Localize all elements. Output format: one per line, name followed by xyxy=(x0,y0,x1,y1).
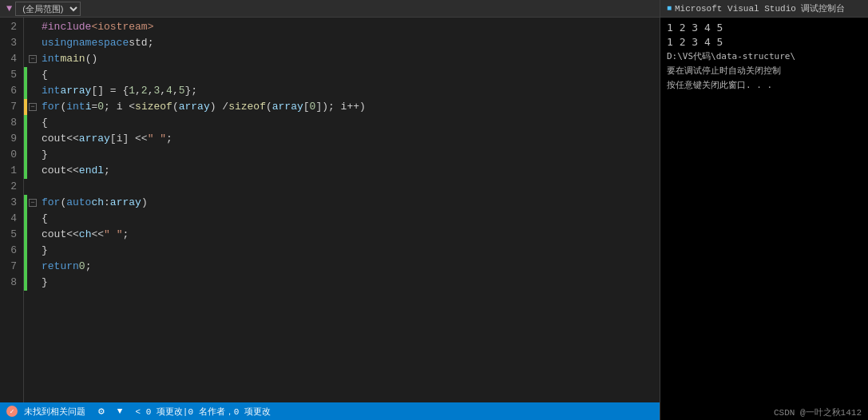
code-token: ; xyxy=(104,163,110,179)
code-token: 4 xyxy=(166,83,172,99)
status-left: ✓ 未找到相关问题 xyxy=(6,406,85,418)
code-token: std; xyxy=(129,35,153,51)
line-numbers: 23456789012345678 xyxy=(0,18,24,402)
code-token: ( xyxy=(60,195,66,211)
collapse-button[interactable]: − xyxy=(27,51,38,67)
code-token: : xyxy=(104,195,110,211)
code-token: ]); i++) xyxy=(315,99,365,115)
collapse-button xyxy=(27,147,38,163)
code-line: using namespace std; xyxy=(42,35,660,51)
code-token: [i] << xyxy=(110,131,148,147)
collapse-button xyxy=(27,227,38,243)
code-token: using xyxy=(42,35,73,51)
line-number: 5 xyxy=(3,227,17,243)
line-number: 8 xyxy=(3,115,17,131)
line-number: 8 xyxy=(3,275,17,291)
status-bar: ✓ 未找到相关问题 ⚙ ▼ < 0 项更改|0 名作者，0 项更改 xyxy=(0,402,660,420)
code-token: } xyxy=(42,275,48,291)
code-line: cout << array[i] << " "; xyxy=(42,131,660,147)
code-token: ; xyxy=(85,259,92,275)
collapse-button xyxy=(27,275,38,291)
code-token: , xyxy=(160,83,166,99)
collapse-button xyxy=(27,35,38,51)
code-token: namespace xyxy=(73,35,129,51)
code-line xyxy=(42,179,660,195)
line-number: 4 xyxy=(3,211,17,227)
console-line: 1 2 3 4 5 xyxy=(667,35,862,50)
code-content: #include <iostream>using namespace std;i… xyxy=(38,18,660,402)
code-line: for (auto ch : array) xyxy=(42,195,660,211)
code-token: }; xyxy=(185,83,198,99)
code-token: 0 xyxy=(97,99,104,115)
vs-icon: ■ xyxy=(667,4,672,13)
code-token: ; xyxy=(166,131,172,147)
code-token: ch xyxy=(91,195,104,211)
code-line: } xyxy=(42,243,660,259)
collapse-button xyxy=(27,243,38,259)
gear-icon[interactable]: ⚙ xyxy=(98,405,105,418)
code-token: } xyxy=(42,243,48,259)
line-number: 9 xyxy=(3,131,17,147)
code-token: " " xyxy=(104,227,122,243)
collapse-button xyxy=(27,115,38,131)
line-number: 1 xyxy=(3,163,17,179)
line-number: 3 xyxy=(3,35,17,51)
console-pane: ■ Microsoft Visual Studio 调试控制台 1 2 3 4 … xyxy=(660,0,868,420)
code-token: ( xyxy=(60,99,66,115)
console-footer: CSDN @一叶之秋1412 xyxy=(660,405,868,420)
code-token: array xyxy=(272,99,303,115)
code-token: << xyxy=(66,131,79,147)
code-token: main xyxy=(60,51,85,67)
down-arrow-icon[interactable]: ▼ xyxy=(117,406,123,416)
scope-select[interactable]: (全局范围) xyxy=(15,2,81,16)
error-icon: ✓ xyxy=(6,406,18,417)
console-line: D:\VS代码\data-structure\ xyxy=(667,50,862,64)
code-token: auto xyxy=(66,195,91,211)
code-token: ) xyxy=(141,195,148,211)
code-token: } xyxy=(42,147,48,163)
scope-label: ▼ xyxy=(6,3,12,14)
collapse-button xyxy=(27,131,38,147)
code-token: = xyxy=(91,99,97,115)
code-token: ) / xyxy=(210,99,228,115)
code-token: << xyxy=(66,163,79,179)
console-header: ■ Microsoft Visual Studio 调试控制台 xyxy=(660,0,868,18)
line-number: 7 xyxy=(3,99,17,115)
code-token: array xyxy=(79,131,110,147)
code-line: int array[] = { 1,2,3,4,5 }; xyxy=(42,83,660,99)
code-token: for xyxy=(42,99,60,115)
line-number: 2 xyxy=(3,179,17,195)
code-token: [] = { xyxy=(91,83,129,99)
code-token: << xyxy=(66,227,79,243)
code-token: array xyxy=(110,195,141,211)
code-token: [ xyxy=(303,99,310,115)
code-token: 1 xyxy=(129,83,135,99)
code-token: () xyxy=(85,51,98,67)
code-token: return xyxy=(42,259,79,275)
collapse-button[interactable]: − xyxy=(27,195,38,211)
code-token: 3 xyxy=(153,83,160,99)
collapse-button xyxy=(27,67,38,83)
collapse-button xyxy=(27,259,38,275)
code-token: , xyxy=(135,83,141,99)
collapse-button xyxy=(27,19,38,35)
collapse-button xyxy=(27,163,38,179)
collapse-button[interactable]: − xyxy=(27,99,38,115)
line-number: 5 xyxy=(3,67,17,83)
code-token: array xyxy=(60,83,91,99)
code-token: 0 xyxy=(79,259,85,275)
code-token: ( xyxy=(266,99,272,115)
code-token: cout xyxy=(42,227,66,243)
code-token: " " xyxy=(148,131,166,147)
code-line: { xyxy=(42,115,660,131)
code-token: sizeof xyxy=(228,99,266,115)
code-token: i xyxy=(85,99,92,115)
line-number: 7 xyxy=(3,259,17,275)
line-number: 0 xyxy=(3,147,17,163)
code-token: int xyxy=(42,83,60,99)
code-token: { xyxy=(42,211,48,227)
code-token: <iostream> xyxy=(91,19,153,35)
collapse-button xyxy=(27,83,38,99)
collapse-button xyxy=(27,179,38,195)
code-token: ; xyxy=(122,227,129,243)
